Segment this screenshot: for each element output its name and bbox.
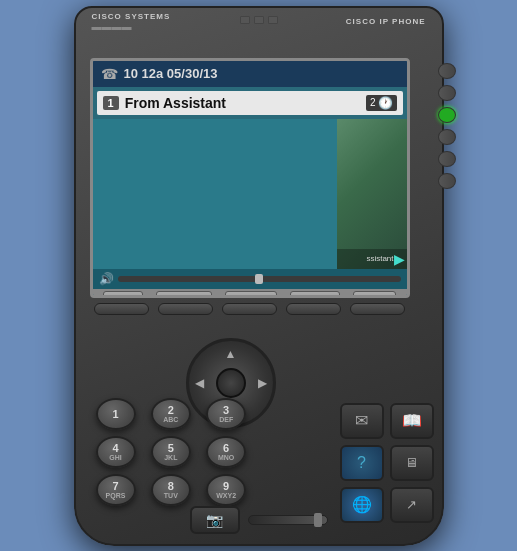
- message-button[interactable]: ✉: [340, 403, 384, 439]
- transfer-button[interactable]: Trnster: [225, 291, 277, 298]
- key-9[interactable]: 9 WXY2: [206, 474, 246, 506]
- brand-bar: CISCO SYSTEMS ▬▬▬▬ CISCO IP PHONE: [92, 12, 426, 32]
- side-btn-6[interactable]: [438, 173, 456, 189]
- more-button[interactable]: more: [353, 291, 395, 298]
- phys-btn-2[interactable]: [158, 303, 213, 315]
- nav-left-arrow: ◀: [195, 376, 204, 390]
- phone-icon: ☎: [101, 66, 118, 82]
- brand-wave: ▬▬▬▬: [92, 21, 171, 32]
- phys-btn-5[interactable]: [350, 303, 405, 315]
- bottom-controls: 📷: [190, 506, 328, 534]
- win-close[interactable]: [268, 16, 278, 24]
- side-btn-5[interactable]: [438, 151, 456, 167]
- softkey-physical: [90, 303, 410, 315]
- key-5[interactable]: 5 JKL: [151, 436, 191, 468]
- key-1[interactable]: 1: [96, 398, 136, 430]
- play-button[interactable]: ▶: [394, 251, 405, 267]
- screen-area: ☎ 10 12a 05/30/13 1 From Assistant 2 🕐 s…: [90, 58, 410, 298]
- side-btn-4[interactable]: [438, 129, 456, 145]
- progress-thumb: [255, 274, 263, 284]
- call-entry: 1 From Assistant 2 🕐: [97, 91, 403, 115]
- softkey-bar: Hold EndCall Trnster Confrn more: [93, 289, 407, 298]
- thumbnail-overlay: ssistant ▶: [337, 249, 407, 269]
- speaker-button[interactable]: 📷: [190, 506, 240, 534]
- help-button[interactable]: ?: [340, 445, 384, 481]
- assistant-label: ssistant: [366, 254, 393, 263]
- win-restore[interactable]: [254, 16, 264, 24]
- screen-main: [93, 119, 337, 269]
- phys-btn-4[interactable]: [286, 303, 341, 315]
- status-text: 10 12a 05/30/13: [124, 66, 218, 81]
- window-controls: [240, 16, 278, 24]
- side-btn-3-green[interactable]: [438, 107, 456, 123]
- phone-body: CISCO SYSTEMS ▬▬▬▬ CISCO IP PHONE ☎ 10 1…: [74, 6, 444, 546]
- volume-slider-thumb: [314, 513, 322, 527]
- badge-icon: 🕐: [378, 96, 393, 110]
- brand-name: CISCO SYSTEMS: [92, 12, 171, 21]
- win-minimize[interactable]: [240, 16, 250, 24]
- endcall-button[interactable]: EndCall: [156, 291, 211, 298]
- screen-thumbnail: ssistant ▶: [337, 119, 407, 269]
- globe-button[interactable]: 🌐: [340, 487, 384, 523]
- hold-button[interactable]: Hold: [103, 291, 143, 298]
- nav-right-arrow: ▶: [258, 376, 267, 390]
- side-buttons-right: [438, 63, 456, 189]
- screen-content: ssistant ▶: [93, 119, 407, 269]
- key-2[interactable]: 2 ABC: [151, 398, 191, 430]
- monitor-button[interactable]: 🖥: [390, 445, 434, 481]
- progress-track[interactable]: [118, 276, 401, 282]
- phys-btn-3[interactable]: [222, 303, 277, 315]
- call-number: 1: [103, 96, 119, 110]
- brand-logo: CISCO SYSTEMS ▬▬▬▬: [92, 12, 171, 32]
- nav-up-arrow: ▲: [225, 347, 237, 361]
- side-btn-2[interactable]: [438, 85, 456, 101]
- status-bar: ☎ 10 12a 05/30/13: [93, 61, 407, 87]
- confirm-button[interactable]: Confrn: [290, 291, 341, 298]
- headset-button[interactable]: ↗: [390, 487, 434, 523]
- key-6[interactable]: 6 MNO: [206, 436, 246, 468]
- keypad: 1 2 ABC 3 DEF 4 GHI 5 JKL 6 MNO 7 PQRS 8…: [96, 398, 256, 506]
- call-name: From Assistant: [125, 95, 366, 111]
- brand-right: CISCO IP PHONE: [346, 17, 426, 26]
- volume-icon: 🔊: [99, 272, 114, 286]
- call-badge: 2 🕐: [366, 95, 397, 111]
- contacts-button[interactable]: 📖: [390, 403, 434, 439]
- key-7[interactable]: 7 PQRS: [96, 474, 136, 506]
- nav-center[interactable]: [216, 368, 246, 398]
- volume-slider[interactable]: [248, 515, 328, 525]
- key-3[interactable]: 3 DEF: [206, 398, 246, 430]
- side-btn-1[interactable]: [438, 63, 456, 79]
- key-4[interactable]: 4 GHI: [96, 436, 136, 468]
- action-buttons: ✉ 📖 ? 🖥 🌐 ↗: [340, 403, 434, 523]
- phys-btn-1[interactable]: [94, 303, 149, 315]
- key-8[interactable]: 8 TUV: [151, 474, 191, 506]
- badge-count: 2: [370, 97, 376, 108]
- progress-bar-area: 🔊: [93, 269, 407, 289]
